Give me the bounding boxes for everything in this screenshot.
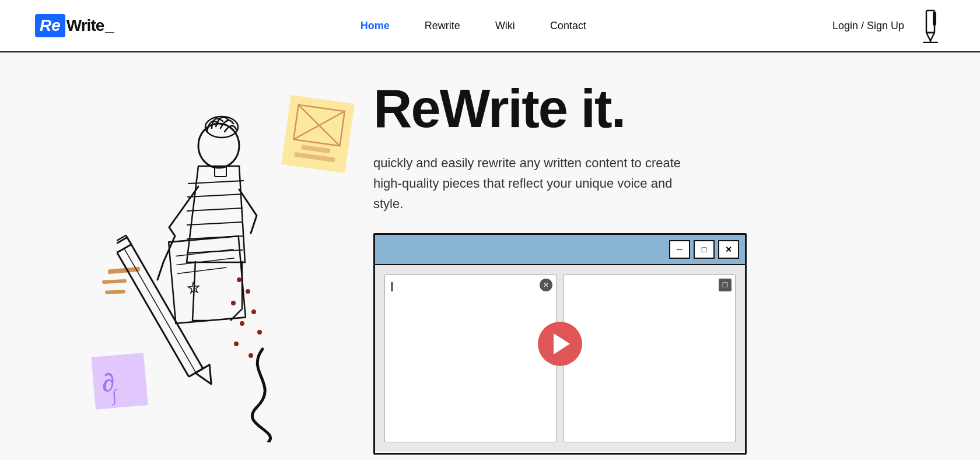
hero-title: ReWrite it. — [373, 82, 980, 135]
hero-content: ReWrite it. quickly and easily rewrite a… — [373, 82, 980, 244]
copy-button[interactable]: ❐ — [719, 279, 732, 291]
pen-icon-wrap — [916, 8, 945, 43]
window-close-btn[interactable]: ✕ — [718, 240, 739, 259]
main-nav: Home Rewrite Wiki Contact — [360, 20, 586, 32]
play-button[interactable] — [538, 322, 582, 366]
site-header: Re Write _ Home Rewrite Wiki Contact Log… — [0, 0, 980, 52]
window-minimize-btn[interactable]: ─ — [669, 240, 690, 259]
window-body: ✕ ❐ — [375, 265, 745, 452]
svg-line-35 — [176, 249, 234, 256]
logo[interactable]: Re Write _ — [35, 14, 114, 37]
play-icon — [554, 333, 570, 354]
svg-line-25 — [187, 222, 243, 225]
nav-contact[interactable]: Contact — [550, 20, 586, 32]
pen-icon — [918, 9, 943, 43]
logo-cursor: _ — [105, 16, 114, 35]
nav-rewrite[interactable]: Rewrite — [425, 20, 460, 32]
logo-write: Write — [66, 16, 104, 35]
svg-line-24 — [187, 208, 243, 211]
svg-line-23 — [187, 194, 243, 197]
svg-line-36 — [176, 258, 235, 265]
nav-home[interactable]: Home — [360, 20, 390, 32]
svg-rect-34 — [169, 236, 246, 323]
logo-re: Re — [35, 14, 65, 37]
login-signup-link[interactable]: Login / Sign Up — [832, 20, 904, 32]
svg-marker-1 — [926, 33, 935, 41]
illustration-area: ∂ ∫ — [0, 52, 397, 460]
text-cursor — [391, 282, 393, 291]
input-panel[interactable]: ✕ — [384, 275, 556, 442]
character-illustration: ★ — [117, 99, 321, 437]
app-window: ─ □ ✕ ✕ ❐ — [373, 233, 747, 455]
svg-line-37 — [177, 268, 227, 273]
window-titlebar: ─ □ ✕ — [375, 235, 745, 265]
svg-point-20 — [198, 124, 239, 168]
svg-line-33 — [124, 248, 196, 372]
output-panel[interactable]: ❐ — [564, 275, 736, 442]
svg-marker-30 — [195, 365, 218, 388]
clear-button[interactable]: ✕ — [540, 279, 552, 291]
svg-rect-31 — [117, 235, 131, 253]
nav-wiki[interactable]: Wiki — [495, 20, 515, 32]
window-maximize-btn[interactable]: □ — [694, 240, 715, 259]
hero-subtitle: quickly and easily rewrite any written c… — [373, 153, 700, 214]
header-right: Login / Sign Up — [832, 8, 945, 43]
main-content: ∂ ∫ — [0, 52, 980, 460]
